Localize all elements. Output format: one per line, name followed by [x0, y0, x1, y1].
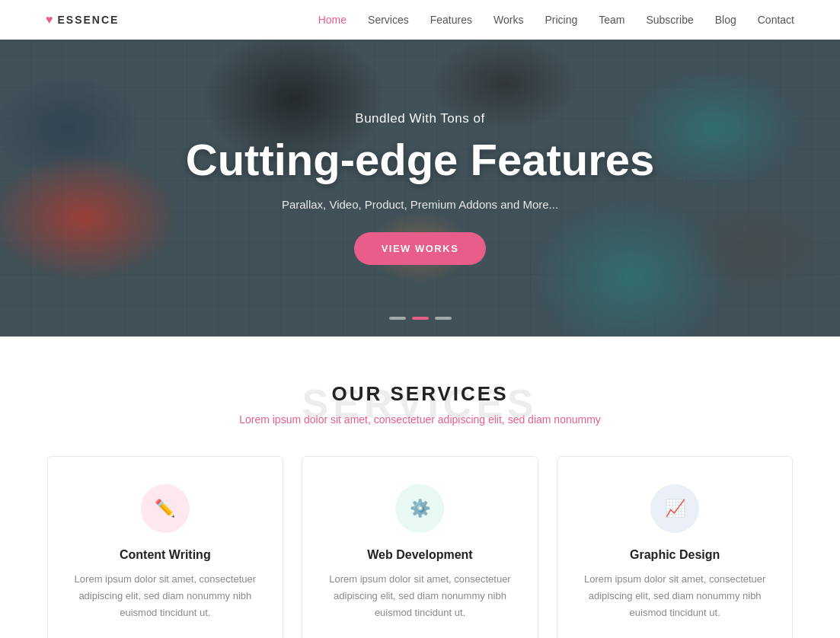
slider-dot-2[interactable] [412, 317, 429, 320]
navbar: ♥ ESSENCE HomeServicesFeaturesWorksPrici… [0, 0, 840, 40]
card-desc-0: Lorem ipsum dolor sit amet, consectetuer… [66, 571, 265, 621]
brand-name: ESSENCE [58, 14, 120, 26]
nav-link-works[interactable]: Works [493, 14, 523, 26]
service-cards-grid: ✏️ Content Writing Lorem ipsum dolor sit… [47, 456, 794, 638]
card-title-2: Graphic Design [576, 548, 775, 562]
nav-link-pricing[interactable]: Pricing [545, 14, 577, 26]
card-desc-1: Lorem ipsum dolor sit amet, consectetuer… [321, 571, 519, 621]
card-icon-2: 📈 [650, 484, 699, 533]
hero-section: Bundled With Tons of Cutting-edge Featur… [0, 40, 840, 337]
nav-link-home[interactable]: Home [318, 14, 347, 26]
hero-title: Cutting-edge Features [186, 136, 655, 184]
nav-link-contact[interactable]: Contact [758, 14, 794, 26]
nav-links: HomeServicesFeaturesWorksPricingTeamSubs… [318, 13, 794, 27]
card-title-1: Web Development [321, 548, 519, 562]
service-card-1: ⚙️ Web Development Lorem ipsum dolor sit… [302, 456, 538, 638]
service-card-2: 📈 Graphic Design Lorem ipsum dolor sit a… [557, 456, 794, 638]
brand-icon: ♥ [46, 13, 55, 27]
hero-content: Bundled With Tons of Cutting-edge Featur… [186, 111, 655, 265]
nav-link-blog[interactable]: Blog [715, 14, 736, 26]
services-section: Services OUR SERVICES Lorem ipsum dolor … [0, 337, 840, 638]
slider-dots [389, 317, 452, 320]
service-card-0: ✏️ Content Writing Lorem ipsum dolor sit… [47, 456, 284, 638]
hero-description: Parallax, Video, Product, Premium Addons… [186, 198, 655, 211]
card-desc-2: Lorem ipsum dolor sit amet, consectetuer… [576, 571, 775, 621]
section-title: OUR SERVICES [331, 382, 508, 406]
slider-dot-3[interactable] [435, 317, 452, 320]
nav-link-subscribe[interactable]: Subscribe [646, 14, 693, 26]
nav-link-services[interactable]: Services [368, 14, 409, 26]
card-icon-1: ⚙️ [395, 484, 444, 533]
nav-link-team[interactable]: Team [599, 14, 624, 26]
nav-link-features[interactable]: Features [430, 14, 472, 26]
hero-subtitle: Bundled With Tons of [186, 111, 655, 126]
section-heading-wrap: Services OUR SERVICES [331, 382, 508, 406]
card-icon-0: ✏️ [141, 484, 190, 533]
hero-cta-button[interactable]: VIEW WORKS [354, 232, 487, 265]
slider-dot-1[interactable] [389, 317, 406, 320]
section-subtitle: Lorem ipsum dolor sit amet, consectetuer… [30, 413, 810, 426]
card-title-0: Content Writing [66, 548, 265, 562]
brand-logo[interactable]: ♥ ESSENCE [46, 13, 119, 27]
